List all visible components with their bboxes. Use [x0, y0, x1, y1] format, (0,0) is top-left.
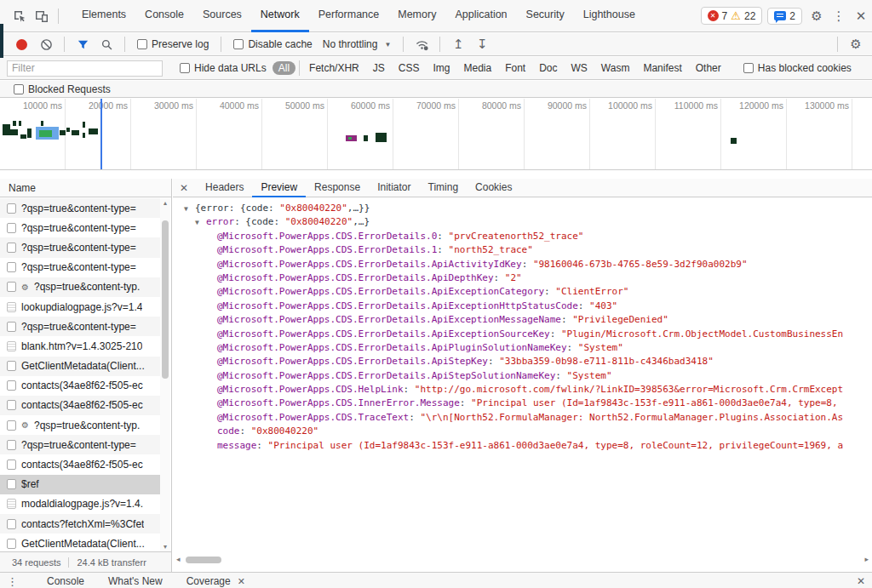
json-line[interactable]: @Microsoft.PowerApps.CDS.ErrorDetails.Ap… — [173, 285, 872, 299]
close-tab-icon[interactable]: ✕ — [238, 576, 245, 587]
filter-pill-doc[interactable]: Doc — [533, 61, 563, 75]
blocked-requests-checkbox[interactable]: Blocked Requests — [9, 83, 116, 95]
import-har-icon[interactable]: ↥ — [447, 33, 469, 55]
request-row[interactable]: ?qsp=true&content-type= — [0, 237, 161, 257]
json-line[interactable]: @Microsoft.PowerApps.CDS.HelpLink: "http… — [173, 383, 872, 397]
tab-elements[interactable]: Elements — [72, 0, 135, 32]
json-line[interactable]: @Microsoft.PowerApps.CDS.ErrorDetails.Ap… — [173, 271, 872, 285]
scroll-left-icon[interactable]: ◂ — [176, 555, 181, 563]
expander-icon[interactable]: ▼ — [184, 203, 195, 215]
request-row[interactable]: contacts(34ae8f62-f505-ec — [0, 454, 161, 474]
settings-gear-icon[interactable]: ⚙ — [806, 5, 828, 27]
json-line[interactable]: @Microsoft.PowerApps.CDS.ErrorDetails.0:… — [173, 230, 872, 243]
drawer-tab-coverage[interactable]: Coverage✕ — [175, 575, 257, 587]
request-row[interactable]: blank.htm?v=1.4.3025-210 — [0, 336, 161, 356]
request-row[interactable]: contacts?fetchXml=%3Cfet — [0, 514, 161, 534]
filter-pill-other[interactable]: Other — [690, 61, 727, 75]
filter-pill-js[interactable]: JS — [367, 61, 391, 75]
preview-horizontal-scrollbar[interactable]: ◂ ▸ — [173, 554, 872, 566]
json-line[interactable]: ▼error: {code: "0x80040220",…} — [173, 215, 872, 229]
request-row[interactable]: contacts(34ae8f62-f505-ec — [0, 376, 161, 396]
filter-pill-css[interactable]: CSS — [393, 61, 426, 75]
tab-memory[interactable]: Memory — [388, 0, 445, 32]
request-row[interactable]: ?qsp=true&content-type= — [0, 317, 161, 336]
filter-pill-ws[interactable]: WS — [565, 61, 594, 75]
inspect-element-icon[interactable] — [9, 5, 31, 27]
json-line[interactable]: @Microsoft.PowerApps.CDS.ErrorDetails.Ap… — [173, 258, 872, 271]
json-line[interactable]: @Microsoft.PowerApps.CDS.ErrorDetails.Ap… — [173, 313, 872, 327]
detail-tab-cookies[interactable]: Cookies — [467, 179, 520, 197]
json-line[interactable]: @Microsoft.PowerApps.CDS.ErrorDetails.Ap… — [173, 369, 872, 383]
scrollbar-thumb[interactable] — [186, 557, 221, 563]
network-overview-timeline[interactable]: 10000 ms20000 ms30000 ms40000 ms50000 ms… — [0, 99, 872, 170]
json-line[interactable]: ▼{error: {code: "0x80040220",…}} — [173, 202, 872, 215]
export-har-icon[interactable]: ↧ — [471, 33, 493, 55]
json-line[interactable]: code: "0x80040220" — [173, 425, 872, 438]
console-errors-warnings-badge[interactable]: ✕ 7 ⚠ 22 — [701, 7, 763, 25]
checkbox-icon[interactable] — [14, 84, 24, 94]
detail-tab-response[interactable]: Response — [306, 179, 369, 197]
json-line[interactable]: @Microsoft.PowerApps.CDS.ErrorDetails.Ap… — [173, 300, 872, 313]
tab-lighthouse[interactable]: Lighthouse — [574, 0, 645, 32]
kebab-menu-icon[interactable]: ⋮ — [828, 5, 850, 27]
close-devtools-icon[interactable]: ✕ — [850, 5, 872, 27]
json-line[interactable]: message: "Principal user (Id=1af9843c-15… — [173, 439, 872, 453]
tab-application[interactable]: Application — [445, 0, 516, 32]
drawer-tab-console[interactable]: Console — [35, 575, 96, 587]
filter-pill-all[interactable]: All — [272, 61, 295, 75]
filter-pill-img[interactable]: Img — [427, 61, 456, 75]
detail-tab-preview[interactable]: Preview — [252, 179, 306, 197]
drawer-kebab-menu-icon[interactable]: ⋮ — [7, 575, 18, 588]
drawer-close-icon[interactable]: ✕ — [857, 575, 865, 587]
json-line[interactable]: @Microsoft.PowerApps.CDS.ErrorDetails.1:… — [173, 243, 872, 257]
scroll-up-icon[interactable]: ▴ — [160, 199, 170, 207]
request-row[interactable]: ?qsp=true&content-type= — [0, 258, 161, 277]
filter-pill-wasm[interactable]: Wasm — [595, 61, 636, 75]
tab-network[interactable]: Network — [251, 0, 309, 32]
expander-icon[interactable]: ▼ — [195, 216, 206, 229]
device-toolbar-icon[interactable] — [31, 5, 53, 27]
request-list-scrollbar[interactable]: ▴ ▾ — [160, 198, 170, 551]
network-settings-gear-icon[interactable]: ⚙ — [845, 33, 867, 55]
close-details-icon[interactable]: ✕ — [173, 182, 197, 194]
request-row[interactable]: ⚙?qsp=true&content-typ. — [0, 415, 161, 435]
network-conditions-icon[interactable] — [410, 33, 433, 55]
record-network-log-button[interactable] — [16, 39, 27, 50]
checkbox-icon[interactable] — [743, 63, 754, 73]
request-row[interactable]: lookupdialogpage.js?v=1.4 — [0, 297, 161, 317]
checkbox-icon[interactable] — [137, 39, 147, 49]
checkbox-icon[interactable] — [180, 63, 190, 73]
name-column-header[interactable]: Name — [0, 179, 171, 197]
has-blocked-cookies-checkbox[interactable]: Has blocked cookies — [738, 62, 857, 74]
request-row[interactable]: $ref — [0, 475, 161, 494]
request-row[interactable]: ?qsp=true&content-type= — [0, 198, 161, 218]
json-line[interactable]: @Microsoft.PowerApps.CDS.ErrorDetails.Ap… — [173, 341, 872, 355]
filter-pill-font[interactable]: Font — [499, 61, 531, 75]
filter-input[interactable] — [7, 60, 163, 77]
tab-performance[interactable]: Performance — [309, 0, 389, 32]
detail-tab-headers[interactable]: Headers — [197, 179, 252, 197]
json-line[interactable]: @Microsoft.PowerApps.CDS.TraceText: "\r\… — [173, 411, 872, 425]
detail-tab-initiator[interactable]: Initiator — [369, 179, 419, 197]
scroll-down-icon[interactable]: ▾ — [160, 543, 170, 551]
filter-pill-media[interactable]: Media — [457, 61, 497, 75]
preserve-log-checkbox[interactable]: Preserve log — [132, 38, 214, 50]
hide-data-urls-checkbox[interactable]: Hide data URLs — [175, 62, 272, 74]
scrollbar-thumb[interactable] — [162, 220, 169, 379]
search-icon[interactable] — [95, 33, 118, 55]
filter-pill-manifest[interactable]: Manifest — [637, 61, 687, 75]
preview-json-tree[interactable]: ▼{error: {code: "0x80040220",…}}▼error: … — [173, 198, 872, 551]
filter-funnel-icon[interactable] — [72, 33, 94, 55]
request-row[interactable]: ?qsp=true&content-type= — [0, 218, 161, 237]
json-line[interactable]: @Microsoft.PowerApps.CDS.ErrorDetails.Ap… — [173, 355, 872, 368]
timeline-playhead[interactable] — [100, 99, 102, 170]
request-row[interactable]: ⚙?qsp=true&content-typ. — [0, 277, 161, 297]
json-line[interactable]: @Microsoft.PowerApps.CDS.ErrorDetails.Ap… — [173, 328, 872, 341]
request-row[interactable]: GetClientMetadata(Client... — [0, 534, 161, 551]
json-line[interactable]: @Microsoft.PowerApps.CDS.InnerError.Mess… — [173, 397, 872, 410]
disable-cache-checkbox[interactable]: Disable cache — [228, 38, 317, 50]
clear-network-log-icon[interactable] — [35, 33, 57, 55]
chevron-down-icon[interactable]: ▼ — [384, 41, 391, 49]
request-row[interactable]: modaldialogpage.js?v=1.4. — [0, 494, 161, 514]
tab-sources[interactable]: Sources — [193, 0, 251, 32]
